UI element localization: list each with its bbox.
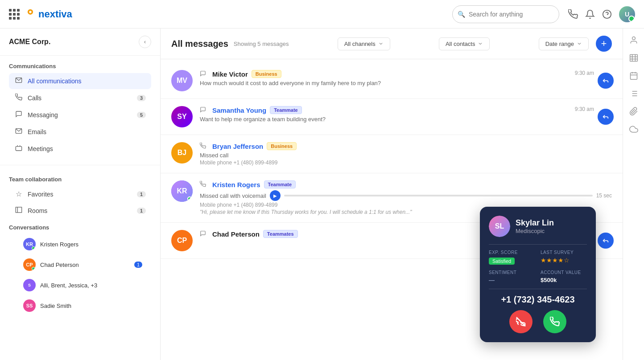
date-range-filter[interactable]: Date range: [539, 37, 589, 50]
all-channels-filter[interactable]: All channels: [338, 37, 390, 50]
all-contacts-filter[interactable]: All contacts: [439, 37, 490, 50]
sentiment-label: SENTIMENT: [489, 270, 535, 275]
paperclip-icon-btn[interactable]: [629, 107, 638, 116]
message-card-samantha-young[interactable]: SY Samantha Young Teammate Want to help …: [161, 99, 623, 135]
sidebar-item-emails[interactable]: Emails: [9, 124, 151, 140]
search-input[interactable]: [452, 5, 559, 23]
channels-label: All channels: [344, 41, 376, 47]
sentiment-value: —: [489, 277, 535, 283]
chevron-down-icon: [478, 41, 483, 46]
contacts-label: All contacts: [446, 41, 475, 47]
sidebar-item-calls[interactable]: Calls 3: [9, 90, 151, 106]
conv-item-sadie[interactable]: SS Sadie Smith: [12, 296, 148, 315]
kristen-rogers-avatar: KR: [171, 180, 193, 202]
svg-rect-9: [630, 55, 637, 61]
phone-icon: [550, 317, 560, 327]
exp-score-value: Satisfied: [489, 258, 515, 265]
call-channel-icon: [200, 143, 206, 150]
contacts-icon-btn[interactable]: [629, 36, 638, 45]
samantha-young-body: Samantha Young Teammate Want to help me …: [200, 106, 612, 123]
bryan-jefferson-tag: Business: [267, 142, 297, 150]
mike-victor-header: Mike Victor Business: [200, 70, 612, 78]
rooms-icon: [14, 206, 23, 215]
calendar-icon-btn[interactable]: [629, 71, 638, 80]
calls-badge: 3: [137, 95, 146, 101]
chad-peterson-initials: CP: [177, 237, 187, 245]
calls-icon: [14, 94, 23, 102]
mike-victor-reply-btn[interactable]: [598, 73, 614, 89]
collapse-button[interactable]: ‹: [139, 36, 151, 48]
chad-peterson-tag: Teammates: [263, 230, 298, 238]
communications-title: Communications: [9, 63, 151, 70]
message-channel-icon: [200, 70, 206, 78]
kristen-name: Kristen Rogers: [40, 241, 142, 248]
favorites-label: Favorites: [28, 191, 137, 198]
communications-section: Communications All communications Calls …: [0, 56, 160, 161]
right-sidebar: [623, 29, 644, 360]
samantha-young-reply-btn[interactable]: [598, 109, 614, 125]
cloud-icon-btn[interactable]: [629, 125, 638, 134]
bryan-jefferson-body: Bryan Jefferson Business Missed call Mob…: [200, 142, 612, 166]
all-comm-icon: [14, 77, 23, 86]
call-card: SL Skylar Lin Mediscopic EXP. SCORE Sati…: [480, 207, 596, 342]
conv-item-kristen[interactable]: KR Kristen Rogers: [12, 234, 148, 254]
center-content: All messages Showing 5 messages All chan…: [161, 29, 623, 360]
samantha-young-time: 9:30 am: [575, 106, 594, 112]
voicemail-row: Missed call with voicemail ▶ 15 sec: [200, 190, 612, 201]
page-title: All messages: [171, 39, 228, 49]
conversations-section: Conversations KR Kristen Rogers CP Chad …: [9, 224, 151, 315]
chevron-down-icon: [577, 41, 582, 46]
sidebar-item-messaging[interactable]: Messaging 5: [9, 107, 151, 123]
content-header: All messages Showing 5 messages All chan…: [161, 29, 623, 59]
phone-icon-btn[interactable]: [568, 9, 578, 19]
bell-icon-btn[interactable]: [585, 9, 595, 19]
building-icon-btn[interactable]: [629, 53, 638, 62]
grid-icon[interactable]: [9, 9, 20, 20]
online-indicator: [32, 246, 35, 250]
kristen-rogers-header: Kristen Rogers Teammate: [200, 180, 612, 188]
kristen-rogers-tag: Teammate: [264, 180, 296, 188]
left-sidebar: ACME Corp. ‹ Communications All communic…: [0, 29, 161, 360]
svg-point-1: [29, 11, 31, 13]
help-icon-btn[interactable]: [602, 9, 612, 19]
conversations-title: Conversations: [9, 224, 151, 231]
conv-item-group[interactable]: S Alli, Brent, Jessica, +3: [12, 275, 148, 295]
bryan-jefferson-phone: Mobile phone +1 (480) 899-4899: [200, 160, 612, 166]
add-button[interactable]: +: [596, 36, 612, 52]
conv-item-chad[interactable]: CP Chad Peterson 1: [12, 255, 148, 274]
chad-badge: 1: [134, 262, 142, 268]
sidebar-item-rooms[interactable]: Rooms 1: [9, 203, 151, 219]
user-avatar[interactable]: U: [619, 6, 635, 22]
mike-victor-tag: Business: [252, 70, 281, 78]
message-channel-icon: [200, 106, 206, 114]
team-collab-title: Team collaboration: [9, 176, 151, 183]
message-card-bryan-jefferson[interactable]: BJ Bryan Jefferson Business Missed call …: [161, 135, 623, 173]
logo-text: nextiva: [38, 8, 72, 20]
end-call-button[interactable]: [509, 310, 533, 333]
chad-peterson-reply-btn[interactable]: [598, 233, 614, 249]
favorites-badge: 1: [137, 191, 146, 197]
emails-label: Emails: [28, 128, 146, 135]
list-icon-btn[interactable]: [629, 89, 638, 98]
online-indicator: [187, 196, 192, 201]
sidebar-item-meetings[interactable]: Meetings: [9, 141, 151, 157]
answer-call-button[interactable]: [543, 310, 566, 333]
sidebar-item-all-communications[interactable]: All communications: [9, 73, 151, 89]
group-avatar: S: [23, 279, 36, 291]
message-channel-icon: [200, 230, 206, 238]
play-button[interactable]: ▶: [270, 190, 281, 201]
call-channel-icon: [200, 181, 206, 188]
account-value-label: ACCOUNT VALUE: [541, 270, 587, 275]
meetings-label: Meetings: [28, 145, 146, 152]
sidebar-item-favorites[interactable]: ☆ Favorites 1: [9, 186, 151, 202]
chad-name: Chad Peterson: [40, 262, 134, 268]
mike-victor-body: Mike Victor Business How much would it c…: [200, 70, 612, 86]
audio-progress: [284, 195, 593, 196]
samantha-young-name: Samantha Young: [212, 106, 266, 114]
main-layout: ACME Corp. ‹ Communications All communic…: [0, 29, 644, 360]
message-card-mike-victor[interactable]: MV Mike Victor Business How much would i…: [161, 63, 623, 99]
bryan-jefferson-header: Bryan Jefferson Business: [200, 142, 612, 150]
sadie-avatar: SS: [23, 299, 36, 312]
samantha-young-tag: Teammate: [270, 106, 302, 114]
sidebar-header: ACME Corp. ‹: [0, 29, 160, 56]
